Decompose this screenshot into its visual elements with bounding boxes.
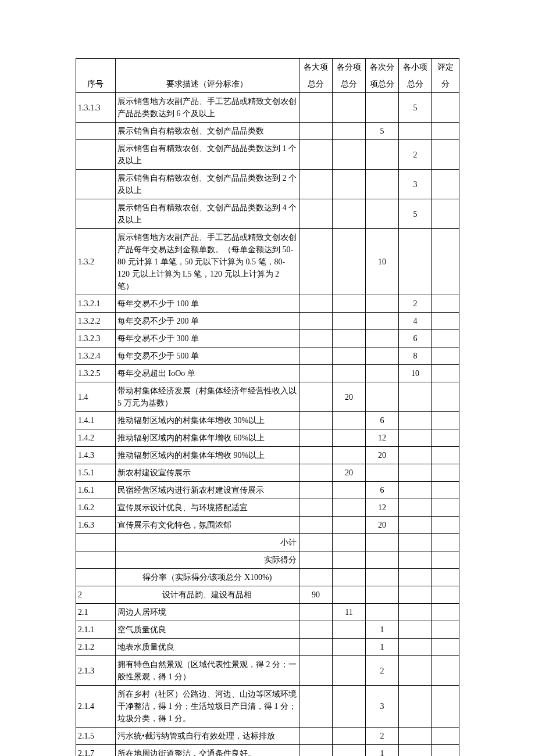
- cell-desc: 推动辐射区域内的村集体年增收 30%以上: [116, 412, 299, 429]
- cell-c3: [366, 569, 399, 586]
- cell-seq: 1.6.2: [76, 499, 116, 517]
- table-row: 1.6.1民宿经营区域内进行新农村建设宣传展示6: [76, 482, 459, 499]
- table-row: 1.4.2推动辐射区域内的村集体年增收 60%以上12: [76, 429, 459, 447]
- cell-seq: 2: [76, 586, 116, 604]
- scoring-table: 序号 要求描述（评分标准） 各大项 各分项 各次分 各小项 评定 总分 总分 项…: [76, 58, 459, 756]
- cell-c1: [299, 534, 333, 551]
- cell-desc: 得分率（实际得分/该项总分 X100%): [116, 569, 299, 586]
- cell-c5: [432, 586, 459, 604]
- cell-c5: [432, 330, 459, 347]
- cell-c3: [366, 313, 399, 330]
- cell-c5: [432, 728, 459, 745]
- cell-desc: 周边人居环境: [116, 604, 299, 621]
- cell-c4: 4: [399, 313, 432, 330]
- cell-c5: [432, 382, 459, 412]
- cell-desc: 展示销售地方农副产品、手工艺品或精致文创农创产品每年交易达到金额单数。（每单金额…: [116, 229, 299, 295]
- cell-c1: [299, 656, 333, 686]
- cell-desc: 展示销售自有精致农创、文创产品品类数达到 2 个及以上: [116, 170, 299, 199]
- cell-seq: [76, 170, 116, 199]
- cell-c2: [333, 170, 366, 199]
- cell-c1: [299, 295, 333, 313]
- cell-seq: 1.4.3: [76, 447, 116, 464]
- cell-c3: 3: [366, 686, 399, 728]
- cell-c3: [366, 604, 399, 621]
- cell-seq: [76, 140, 116, 170]
- cell-desc: 带动村集体经济发展（村集体经济年经营性收入以 5 万元为基数）: [116, 382, 299, 412]
- cell-c3: [366, 382, 399, 412]
- cell-seq: [76, 123, 116, 140]
- cell-c1: [299, 229, 333, 295]
- table-row: 1.3.2.3每年交易不少于 300 单6: [76, 330, 459, 347]
- cell-c2: 20: [333, 382, 366, 412]
- cell-c1: [299, 170, 333, 199]
- cell-desc: 每年交易不少于 300 单: [116, 330, 299, 347]
- cell-c3: [366, 170, 399, 199]
- table-row: 展示销售自有精致农创、文创产品品类数达到 2 个及以上3: [76, 170, 459, 199]
- cell-c4: [399, 412, 432, 429]
- cell-seq: 1.3.2.5: [76, 365, 116, 382]
- cell-c3: 20: [366, 447, 399, 464]
- table-row: 1.3.2.1每年交易不少于 100 单2: [76, 295, 459, 313]
- cell-c1: [299, 686, 333, 728]
- cell-c2: [333, 482, 366, 499]
- cell-c5: [432, 347, 459, 365]
- cell-c2: [333, 313, 366, 330]
- cell-seq: 1.5.1: [76, 464, 116, 482]
- cell-c5: [432, 686, 459, 728]
- cell-c5: [432, 447, 459, 464]
- cell-c5: [432, 365, 459, 382]
- cell-c3: 20: [366, 517, 399, 534]
- table-row: 得分率（实际得分/该项总分 X100%): [76, 569, 459, 586]
- cell-seq: 1.3.2: [76, 229, 116, 295]
- cell-c4: [399, 551, 432, 569]
- cell-c5: [432, 429, 459, 447]
- cell-desc: 污水统•截污纳管或自行有效处理，达标排放: [116, 728, 299, 745]
- header-c4a: 各小项: [399, 59, 432, 76]
- cell-c2: [333, 639, 366, 656]
- cell-c2: [333, 517, 366, 534]
- header-c3a: 各次分: [366, 59, 399, 76]
- cell-c3: 5: [366, 123, 399, 140]
- cell-c1: [299, 382, 333, 412]
- cell-c5: [432, 656, 459, 686]
- cell-c1: [299, 429, 333, 447]
- table-row: 2.1.2地表水质量优良1: [76, 639, 459, 656]
- cell-desc: 推动辐射区域内的村集体年增收 60%以上: [116, 429, 299, 447]
- cell-c5: [432, 517, 459, 534]
- cell-c1: [299, 447, 333, 464]
- cell-c4: [399, 728, 432, 745]
- header-c5b: 分: [432, 76, 459, 93]
- cell-c1: [299, 412, 333, 429]
- cell-c4: 3: [399, 170, 432, 199]
- cell-desc: 宣传展示有文化特色，氛围浓郁: [116, 517, 299, 534]
- table-row: 1.3.2展示销售地方农副产品、手工艺品或精致文创农创产品每年交易达到金额单数。…: [76, 229, 459, 295]
- cell-c5: [432, 621, 459, 639]
- table-row: 实际得分: [76, 551, 459, 569]
- table-row: 1.4.3推动辐射区域内的村集体年增收 90%以上20: [76, 447, 459, 464]
- cell-c4: [399, 621, 432, 639]
- cell-c1: [299, 482, 333, 499]
- cell-c5: [432, 229, 459, 295]
- cell-c2: [333, 586, 366, 604]
- cell-c5: [432, 464, 459, 482]
- cell-c4: 2: [399, 140, 432, 170]
- cell-c2: [333, 412, 366, 429]
- cell-c2: [333, 199, 366, 229]
- cell-desc: 每年交易不少于 100 单: [116, 295, 299, 313]
- cell-c2: [333, 347, 366, 365]
- cell-c5: [432, 499, 459, 517]
- cell-c2: [333, 551, 366, 569]
- cell-c3: 1: [366, 639, 399, 656]
- cell-c1: [299, 551, 333, 569]
- cell-seq: 1.3.2.4: [76, 347, 116, 365]
- cell-desc: 展示销售自有精致农创、文创产品品类数: [116, 123, 299, 140]
- table-row: 1.6.3宣传展示有文化特色，氛围浓郁20: [76, 517, 459, 534]
- table-row: 2.1.4所在乡村（社区）公路边、河边、山边等区域环境干净整洁，得 1 分；生活…: [76, 686, 459, 728]
- cell-seq: 2.1.7: [76, 745, 116, 757]
- table-row: 2设计有品韵、建设有品相90: [76, 586, 459, 604]
- cell-c1: [299, 621, 333, 639]
- cell-seq: 2.1.4: [76, 686, 116, 728]
- cell-c3: 12: [366, 429, 399, 447]
- cell-seq: [76, 534, 116, 551]
- cell-desc: 展示销售自有精致农创、文创产品品类数达到 1 个及以上: [116, 140, 299, 170]
